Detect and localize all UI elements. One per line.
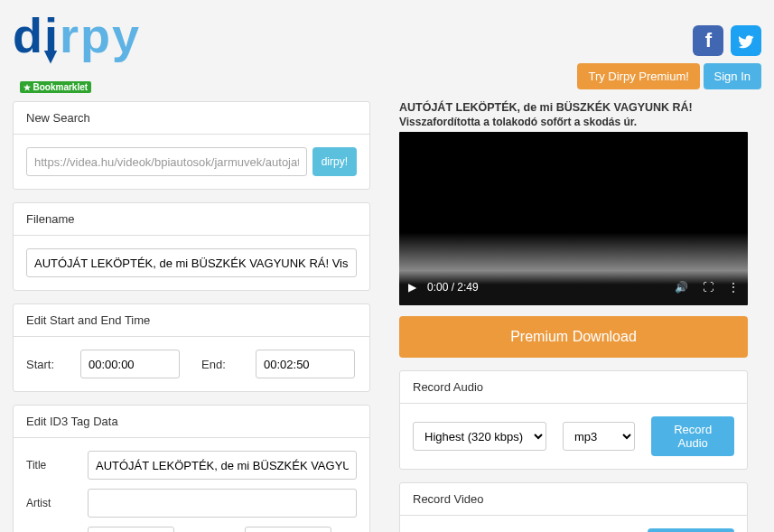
more-icon[interactable]: ⋮ (728, 281, 739, 294)
panel-heading: New Search (14, 102, 369, 135)
start-label: Start: (26, 358, 71, 371)
record-video-panel: Record Video 1920x1080 mp4 Record Video … (399, 482, 748, 532)
facebook-icon[interactable]: f (693, 25, 723, 56)
logo[interactable]: dirpy (13, 7, 141, 63)
title-label: Title (26, 459, 79, 471)
filename-input[interactable] (26, 248, 357, 277)
panel-heading: Filename (14, 203, 369, 236)
artist-label: Artist (26, 497, 79, 509)
fullscreen-icon[interactable]: ⛶ (703, 281, 713, 294)
panel-heading: Record Audio (400, 371, 747, 404)
artist-input[interactable] (88, 489, 357, 518)
dirpy-go-button[interactable]: dirpy! (312, 147, 357, 176)
play-icon[interactable]: ▶ (408, 281, 416, 294)
twitter-icon[interactable] (731, 25, 761, 56)
video-player[interactable]: ▶ 0:00 / 2:49 🔊 ⛶ ⋮ (399, 132, 748, 305)
end-time-input[interactable] (256, 350, 355, 378)
search-url-input[interactable] (26, 147, 307, 176)
start-time-input[interactable] (80, 350, 180, 378)
audio-quality-select[interactable]: Highest (320 kbps) (413, 422, 546, 451)
id3-panel: Edit ID3 Tag Data Title Artist Comment G… (13, 405, 370, 532)
record-video-button[interactable]: Record Video (648, 528, 734, 532)
premium-download-button[interactable]: Premium Download (399, 316, 748, 358)
volume-icon[interactable]: 🔊 (675, 281, 688, 294)
record-audio-button[interactable]: Record Audio (651, 416, 734, 456)
filename-panel: Filename (13, 202, 370, 291)
genre-input[interactable] (245, 527, 331, 532)
panel-heading: Edit ID3 Tag Data (14, 406, 369, 438)
comment-input[interactable] (88, 527, 174, 532)
end-label: End: (201, 358, 247, 371)
sign-in-button[interactable]: Sign In (704, 63, 761, 89)
bookmarklet-badge[interactable]: Bookmarklet (20, 81, 91, 93)
record-audio-panel: Record Audio Highest (320 kbps) mp3 Reco… (399, 370, 748, 470)
panel-heading: Edit Start and End Time (14, 304, 369, 337)
time-panel: Edit Start and End Time Start: End: (13, 303, 370, 392)
video-subtitle: Visszafordította a tolakodó sofőrt a sko… (399, 116, 748, 128)
video-time: 0:00 / 2:49 (427, 281, 479, 294)
try-premium-button[interactable]: Try Dirpy Premium! (577, 63, 699, 89)
video-title: AUTÓJÁT LEKÖPTÉK, de mi BÜSZKÉK VAGYUNK … (399, 101, 748, 114)
new-search-panel: New Search dirpy! (13, 101, 370, 190)
audio-format-select[interactable]: mp3 (563, 422, 635, 451)
title-input[interactable] (88, 451, 357, 480)
panel-heading: Record Video (400, 483, 747, 516)
